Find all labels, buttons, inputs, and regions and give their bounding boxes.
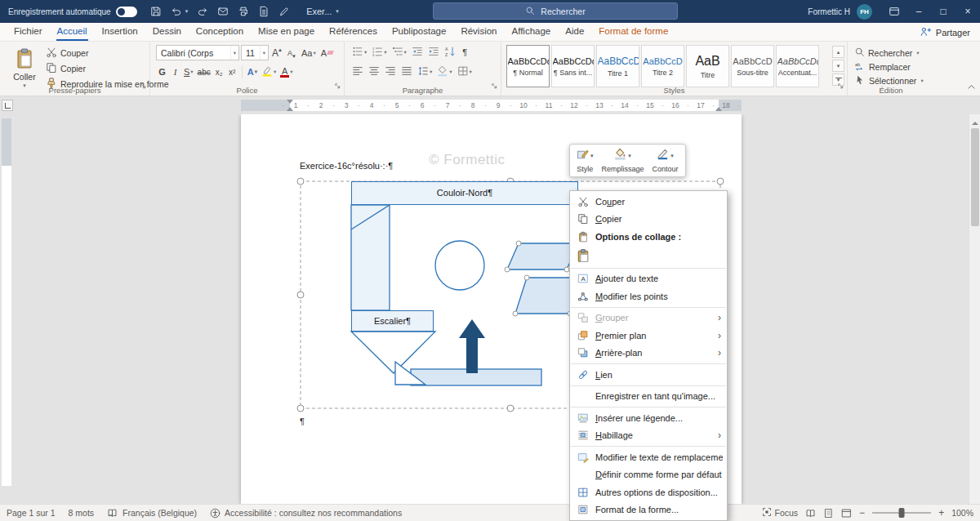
minimize-button[interactable]: – (906, 0, 931, 23)
hanging-indent-marker[interactable] (287, 107, 293, 111)
style-sous-titre[interactable]: AaBbCcDSous-titre (731, 45, 774, 87)
shrink-font-button[interactable]: A▼ (286, 46, 298, 60)
tab-fichier[interactable]: Fichier (7, 23, 50, 41)
maximize-button[interactable]: □ (931, 0, 956, 23)
escalier-shape[interactable]: Escalier¶ (351, 310, 434, 332)
paste-option-button[interactable] (570, 246, 727, 266)
tab-mise-en-page[interactable]: Mise en page (251, 23, 322, 41)
mini-remplissage-button[interactable]: ▾Remplissage (598, 146, 648, 175)
share-button[interactable]: Partager (920, 26, 970, 38)
subscript-button[interactable]: x₂ (213, 65, 225, 79)
tab-publipostage[interactable]: Publipostage (385, 23, 454, 41)
font-color-button[interactable]: A▾ (278, 65, 294, 79)
strikethrough-button[interactable]: abc (196, 65, 212, 79)
text-effects-button[interactable]: A▾ (246, 65, 259, 79)
menu-item-options-de-collage[interactable]: Options de collage : (570, 228, 727, 246)
style-titre-2[interactable]: AaBbCcDTitre 2 (641, 45, 684, 87)
tab-aide[interactable]: Aide (558, 23, 591, 41)
justify-button[interactable] (399, 65, 414, 79)
autosave-switch[interactable] (116, 7, 137, 17)
menu-item-enregistrer-en-tant-qu-image[interactable]: Enregistrer en tant qu'image... (570, 388, 727, 406)
clipboard-dialog-launcher[interactable] (140, 78, 147, 93)
language-indicator[interactable]: Français (Belgique) (122, 508, 197, 518)
print-icon[interactable] (238, 6, 249, 17)
user-name[interactable]: Formettic H (808, 7, 850, 16)
zoom-slider-thumb[interactable] (899, 508, 905, 518)
tab-revision[interactable]: Révision (453, 23, 504, 41)
style-titre[interactable]: AaBTitre (686, 45, 729, 87)
web-layout-button[interactable] (841, 508, 852, 519)
horizontal-ruler[interactable]: ·1·2·3·4·5·6·7·8·9·10·11·12·13·14·15·16·… (241, 100, 742, 111)
word-count[interactable]: 8 mots (69, 508, 95, 518)
font-name-combo[interactable]: Calibri (Corps▾ (156, 45, 239, 60)
bullets-button[interactable]: ▾ (350, 45, 368, 60)
autosave-toggle[interactable]: Enregistrement automatique (0, 7, 137, 17)
italic-button[interactable]: I (169, 65, 181, 79)
menu-item-modifier-les-points[interactable]: Modifier les points (570, 287, 727, 305)
align-center-button[interactable] (367, 65, 381, 79)
paragraph-dialog-launcher[interactable] (491, 78, 498, 93)
vertical-ruler[interactable] (2, 118, 11, 486)
align-right-button[interactable] (383, 65, 398, 79)
zoom-in-button[interactable]: + (938, 507, 944, 519)
menu-item-ajouter-du-texte[interactable]: AAjouter du texte (570, 270, 727, 288)
sort-button[interactable]: AZ (443, 45, 457, 60)
tab-dessin[interactable]: Dessin (145, 23, 189, 41)
menu-item-lien[interactable]: Lien (570, 366, 727, 384)
zoom-out-button[interactable]: − (859, 507, 865, 519)
menu-item-arriere-plan[interactable]: Arrière-plan› (570, 345, 727, 363)
tab-insertion[interactable]: Insertion (95, 23, 145, 41)
multilevel-list-button[interactable]: ▾ (390, 45, 408, 60)
pen-icon[interactable] (278, 6, 290, 17)
style-normal[interactable]: AaBbCcDd¶ Normal (506, 45, 550, 87)
menu-item-premier-plan[interactable]: Premier plan› (570, 327, 727, 345)
collapse-ribbon-button[interactable] (967, 78, 976, 93)
doc-icon[interactable] (258, 6, 270, 17)
save-icon[interactable] (150, 6, 162, 17)
mini-style-button[interactable]: ▾Style (572, 146, 598, 175)
first-line-indent-marker[interactable] (287, 100, 293, 104)
underline-button[interactable]: S▾ (182, 65, 195, 79)
menu-item-definir-comme-forme-par-defaut[interactable]: Définir comme forme par défaut (570, 466, 727, 484)
align-left-button[interactable] (350, 65, 365, 79)
redo-icon[interactable] (197, 6, 208, 17)
numbering-button[interactable]: 123▾ (370, 45, 388, 60)
mini-contour-button[interactable]: ▾Contour (648, 146, 683, 175)
menu-item-autres-options-de-disposition[interactable]: Autres options de disposition... (570, 483, 727, 501)
increase-indent-button[interactable] (426, 45, 441, 60)
corridor-nord-shape[interactable]: Couloir-Nord¶ (351, 181, 578, 205)
accessibility-icon[interactable] (210, 508, 220, 519)
replace-button[interactable]: abRemplacer (854, 60, 911, 73)
right-indent-marker[interactable] (715, 107, 722, 111)
borders-button[interactable]: ▾ (456, 65, 474, 79)
menu-item-inserer-une-legende[interactable]: Insérer une légende... (570, 409, 727, 427)
zoom-level[interactable]: 100% (951, 508, 973, 518)
line-spacing-button[interactable]: ▾ (416, 65, 434, 79)
font-size-combo[interactable]: 11▾ (241, 45, 269, 60)
tab-references[interactable]: Références (322, 23, 385, 41)
clear-formatting-button[interactable]: A (319, 46, 335, 60)
menu-item-modifier-le-texte-de-remplacement[interactable]: Modifier le texte de remplacement... (570, 448, 727, 466)
tab-affichage[interactable]: Affichage (505, 23, 559, 41)
paste-button[interactable]: Coller ▾ (7, 45, 42, 91)
change-case-button[interactable]: Aa▾ (300, 46, 318, 60)
menu-item-habillage[interactable]: Habillage› (570, 427, 727, 445)
avatar[interactable]: FH (857, 4, 872, 20)
style-accentuat[interactable]: AaBbCcDdAccentuat... (776, 45, 819, 87)
proofing-icon[interactable] (107, 508, 118, 519)
undo-icon[interactable] (171, 6, 182, 17)
styles-scroll-down-button[interactable]: ▾ (832, 60, 844, 72)
print-layout-button[interactable] (823, 508, 834, 519)
style-sans-int[interactable]: AaBbCcDd¶ Sans int... (551, 45, 595, 87)
tab-format-de-forme[interactable]: Format de forme (591, 23, 675, 41)
menu-item-copier[interactable]: Copier (570, 211, 727, 229)
tab-conception[interactable]: Conception (189, 23, 251, 41)
accessibility-status[interactable]: Accessibilité : consultez nos recommanda… (225, 508, 402, 518)
tab-accueil[interactable]: Accueil (50, 23, 95, 41)
bold-button[interactable]: G (156, 65, 168, 79)
tab-selector[interactable] (2, 100, 13, 111)
close-button[interactable]: × (956, 0, 980, 23)
superscript-button[interactable]: x² (226, 65, 238, 79)
vertical-scrollbar[interactable] (969, 114, 980, 504)
shading-button[interactable]: ▾ (435, 65, 453, 79)
